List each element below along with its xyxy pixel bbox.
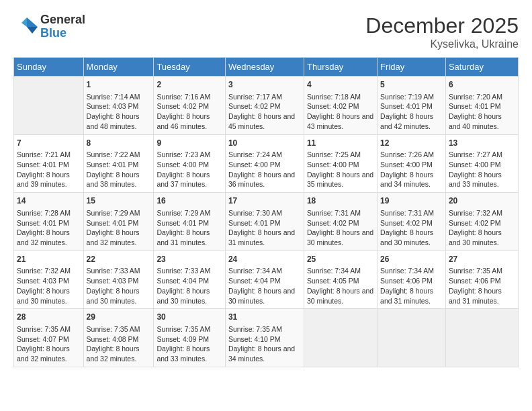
calendar-header: Sunday Monday Tuesday Wednesday Thursday… xyxy=(14,58,519,77)
daylight-text: Daylight: 8 hours and 40 minutes. xyxy=(449,111,515,131)
calendar-title: December 2025 xyxy=(365,13,519,38)
sunrise-text: Sunrise: 7:24 AM xyxy=(228,150,301,160)
calendar-cell: 14Sunrise: 7:28 AMSunset: 4:01 PMDayligh… xyxy=(14,193,84,251)
calendar-cell: 15Sunrise: 7:29 AMSunset: 4:01 PMDayligh… xyxy=(83,193,154,251)
day-number: 4 xyxy=(307,79,374,91)
daylight-text: Daylight: 8 hours and 30 minutes. xyxy=(17,286,81,306)
day-number: 25 xyxy=(307,254,374,265)
calendar-cell: 1Sunrise: 7:14 AMSunset: 4:03 PMDaylight… xyxy=(83,77,154,135)
sunrise-text: Sunrise: 7:27 AM xyxy=(449,150,515,160)
daylight-text: Daylight: 8 hours and 32 minutes. xyxy=(87,228,151,247)
day-number: 13 xyxy=(449,138,515,149)
calendar-cell: 28Sunrise: 7:35 AMSunset: 4:07 PMDayligh… xyxy=(14,309,84,367)
sunset-text: Sunset: 4:06 PM xyxy=(380,276,443,286)
day-number: 21 xyxy=(17,254,81,265)
daylight-text: Daylight: 8 hours and 31 minutes. xyxy=(380,286,443,306)
sunset-text: Sunset: 4:00 PM xyxy=(228,160,301,170)
calendar-week-4: 28Sunrise: 7:35 AMSunset: 4:07 PMDayligh… xyxy=(14,309,519,367)
sunrise-text: Sunrise: 7:35 AM xyxy=(449,266,515,276)
day-number: 1 xyxy=(87,79,151,91)
day-number: 17 xyxy=(228,195,301,207)
sunrise-text: Sunrise: 7:19 AM xyxy=(380,92,443,102)
calendar-cell: 21Sunrise: 7:32 AMSunset: 4:03 PMDayligh… xyxy=(14,250,84,309)
daylight-text: Daylight: 8 hours and 43 minutes. xyxy=(307,111,374,131)
calendar-cell: 17Sunrise: 7:30 AMSunset: 4:01 PMDayligh… xyxy=(225,193,304,251)
day-number: 28 xyxy=(17,312,81,323)
sunset-text: Sunset: 4:01 PM xyxy=(380,101,443,111)
daylight-text: Daylight: 8 hours and 30 minutes. xyxy=(87,286,151,306)
sunrise-text: Sunrise: 7:29 AM xyxy=(157,208,222,218)
sunrise-text: Sunrise: 7:35 AM xyxy=(17,324,81,334)
calendar-cell: 20Sunrise: 7:32 AMSunset: 4:02 PMDayligh… xyxy=(445,193,518,251)
svg-marker-1 xyxy=(27,27,38,34)
day-number: 22 xyxy=(87,254,151,265)
sunset-text: Sunset: 4:10 PM xyxy=(228,334,301,345)
calendar-body: 1Sunrise: 7:14 AMSunset: 4:03 PMDaylight… xyxy=(14,77,519,367)
day-number: 5 xyxy=(380,79,443,91)
logo: General Blue xyxy=(13,13,85,40)
day-number: 7 xyxy=(17,138,81,149)
daylight-text: Daylight: 8 hours and 36 minutes. xyxy=(228,170,301,189)
day-number: 9 xyxy=(157,138,222,149)
calendar-cell: 3Sunrise: 7:17 AMSunset: 4:02 PMDaylight… xyxy=(225,77,304,135)
calendar-cell: 11Sunrise: 7:25 AMSunset: 4:00 PMDayligh… xyxy=(304,134,377,193)
day-number: 10 xyxy=(228,138,301,149)
calendar-cell: 4Sunrise: 7:18 AMSunset: 4:02 PMDaylight… xyxy=(304,77,377,135)
sunrise-text: Sunrise: 7:32 AM xyxy=(17,266,81,276)
day-number: 16 xyxy=(157,195,222,207)
day-number: 15 xyxy=(87,195,151,207)
daylight-text: Daylight: 8 hours and 34 minutes. xyxy=(228,344,301,363)
title-block: December 2025 Kyselivka, Ukraine xyxy=(365,13,519,50)
sunrise-text: Sunrise: 7:34 AM xyxy=(228,266,301,276)
day-number: 11 xyxy=(307,138,374,149)
calendar-week-3: 21Sunrise: 7:32 AMSunset: 4:03 PMDayligh… xyxy=(14,250,519,309)
sunrise-text: Sunrise: 7:21 AM xyxy=(17,150,81,160)
calendar-cell: 24Sunrise: 7:34 AMSunset: 4:04 PMDayligh… xyxy=(225,250,304,309)
sunset-text: Sunset: 4:01 PM xyxy=(449,101,515,111)
sunrise-text: Sunrise: 7:20 AM xyxy=(449,92,515,102)
day-number: 19 xyxy=(380,195,443,207)
sunrise-text: Sunrise: 7:17 AM xyxy=(228,92,301,102)
calendar-cell: 25Sunrise: 7:34 AMSunset: 4:05 PMDayligh… xyxy=(304,250,377,309)
sunset-text: Sunset: 4:01 PM xyxy=(17,160,81,170)
calendar-table: Sunday Monday Tuesday Wednesday Thursday… xyxy=(13,57,519,367)
calendar-cell: 7Sunrise: 7:21 AMSunset: 4:01 PMDaylight… xyxy=(14,134,84,193)
day-number: 6 xyxy=(449,79,515,91)
sunset-text: Sunset: 4:00 PM xyxy=(449,160,515,170)
col-saturday: Saturday xyxy=(445,58,518,77)
day-number: 8 xyxy=(87,138,151,149)
sunset-text: Sunset: 4:02 PM xyxy=(157,101,222,111)
sunset-text: Sunset: 4:02 PM xyxy=(380,218,443,228)
calendar-cell xyxy=(14,77,84,135)
header-row: Sunday Monday Tuesday Wednesday Thursday… xyxy=(14,58,519,77)
logo-text: General Blue xyxy=(40,13,85,40)
sunset-text: Sunset: 4:02 PM xyxy=(228,101,301,111)
daylight-text: Daylight: 8 hours and 34 minutes. xyxy=(380,170,443,189)
col-sunday: Sunday xyxy=(14,58,84,77)
daylight-text: Daylight: 8 hours and 37 minutes. xyxy=(157,170,222,189)
sunrise-text: Sunrise: 7:34 AM xyxy=(307,266,374,276)
sunset-text: Sunset: 4:01 PM xyxy=(17,218,81,228)
sunset-text: Sunset: 4:01 PM xyxy=(87,218,151,228)
sunrise-text: Sunrise: 7:33 AM xyxy=(157,266,222,276)
daylight-text: Daylight: 8 hours and 32 minutes. xyxy=(17,344,81,363)
day-number: 3 xyxy=(228,79,301,91)
page-header: General Blue December 2025 Kyselivka, Uk… xyxy=(13,13,519,50)
sunset-text: Sunset: 4:02 PM xyxy=(449,218,515,228)
sunrise-text: Sunrise: 7:35 AM xyxy=(87,324,151,334)
daylight-text: Daylight: 8 hours and 42 minutes. xyxy=(380,111,443,131)
day-number: 2 xyxy=(157,79,222,91)
calendar-cell: 8Sunrise: 7:22 AMSunset: 4:01 PMDaylight… xyxy=(83,134,154,193)
sunrise-text: Sunrise: 7:18 AM xyxy=(307,92,374,102)
daylight-text: Daylight: 8 hours and 39 minutes. xyxy=(17,170,81,189)
sunset-text: Sunset: 4:03 PM xyxy=(17,276,81,286)
sunrise-text: Sunrise: 7:16 AM xyxy=(157,92,222,102)
sunrise-text: Sunrise: 7:22 AM xyxy=(87,150,151,160)
calendar-cell: 22Sunrise: 7:33 AMSunset: 4:03 PMDayligh… xyxy=(83,250,154,309)
daylight-text: Daylight: 8 hours and 30 minutes. xyxy=(157,286,222,306)
daylight-text: Daylight: 8 hours and 45 minutes. xyxy=(228,111,301,131)
sunset-text: Sunset: 4:01 PM xyxy=(228,218,301,228)
sunset-text: Sunset: 4:04 PM xyxy=(157,276,222,286)
sunset-text: Sunset: 4:00 PM xyxy=(307,160,374,170)
calendar-cell: 10Sunrise: 7:24 AMSunset: 4:00 PMDayligh… xyxy=(225,134,304,193)
